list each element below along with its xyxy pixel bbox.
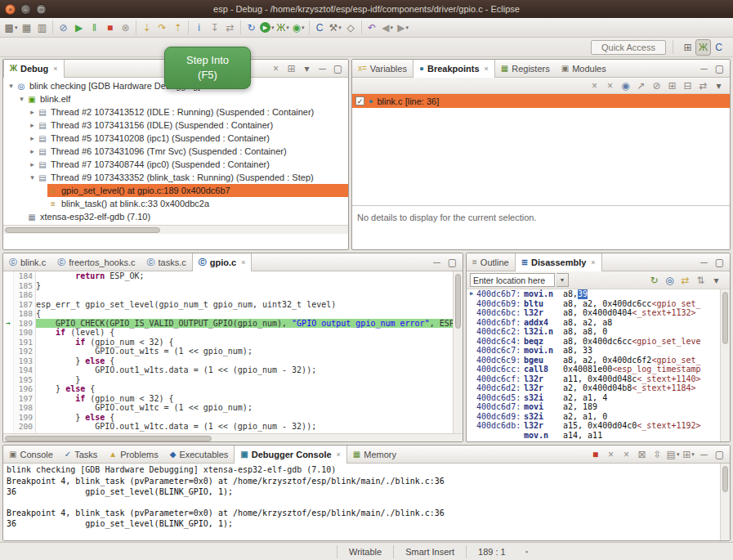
maximize-view-button[interactable]: ▢ — [330, 60, 346, 77]
scroll-lock-button[interactable]: ⇳ — [650, 446, 665, 463]
tree-expander-icon[interactable]: ▾ — [7, 82, 16, 90]
forward-button[interactable]: ▶▾ — [396, 20, 411, 36]
tree-expander-icon[interactable]: ▸ — [28, 160, 37, 168]
debug-view-menu-button[interactable]: ▾ — [299, 60, 315, 77]
disassembly-listing[interactable]: ▶400dc6b7:movi.na8, 39400dc6b9:bltua8, a… — [467, 289, 720, 442]
view-layout-button[interactable]: ⊞ — [284, 60, 299, 77]
debug-tree-item[interactable]: ▾▤Thread #9 1073433352 (blink_task : Run… — [3, 171, 348, 184]
window-maximize-button[interactable]: ▢ — [36, 4, 47, 15]
console-tab-problems[interactable]: ▲Problems — [103, 446, 163, 464]
step-over-button[interactable]: ↷ — [154, 20, 170, 36]
show-breakpoints-supported-button[interactable]: ◉ — [618, 78, 633, 94]
step-into-button[interactable]: ⇣ — [139, 20, 154, 36]
tree-expander-icon[interactable]: ▸ — [28, 147, 37, 155]
debug-tree-item[interactable]: ▾▣blink.elf — [3, 92, 348, 105]
new-wizard-button[interactable]: ▩▾ — [3, 20, 19, 36]
debug-tree-item[interactable]: ▸▤Thread #3 1073413156 (IDLE) (Suspended… — [3, 119, 348, 132]
console-tab-console[interactable]: ▣Console — [3, 446, 59, 464]
debug-launch-tree[interactable]: ▾◎blink checking [GDB Hardware Debugging… — [3, 78, 348, 225]
debug-hscrollbar[interactable] — [3, 225, 348, 234]
editor-tab-tasks-c[interactable]: ⓒtasks.c — [141, 253, 192, 271]
terminate-button[interactable]: ■ — [102, 20, 118, 36]
close-tab-icon[interactable]: × — [591, 258, 595, 267]
debug-button[interactable]: Ж▾ — [275, 20, 291, 36]
external-tools-button[interactable]: ◉▾ — [291, 20, 306, 36]
debug-tree-item[interactable]: ▦xtensa-esp32-elf-gdb (7.10) — [3, 210, 348, 223]
new-c-project-button[interactable]: C — [312, 20, 328, 36]
sync-with-source-button[interactable]: ⇄ — [677, 272, 693, 289]
run-button[interactable]: ▶▾ — [259, 20, 275, 36]
debug-tree-item[interactable]: ▸▤Thread #2 1073413512 (IDLE : Running) … — [3, 105, 348, 119]
console-tab-tasks[interactable]: ✓Tasks — [59, 446, 104, 464]
close-tab-icon[interactable]: × — [485, 65, 489, 73]
resume-button[interactable]: ▶ — [71, 20, 87, 36]
remove-breakpoint-button[interactable]: × — [587, 78, 602, 94]
maximize-view-button[interactable]: ▢ — [712, 60, 727, 77]
editor-hscrollbar[interactable] — [3, 433, 463, 442]
suspend-button[interactable]: ‖ — [87, 20, 102, 36]
disassembly-vscrollbar[interactable] — [720, 289, 730, 442]
debug-tree-item[interactable]: ▸▤Thread #5 1073410208 (ipc1) (Suspended… — [3, 132, 348, 145]
window-minimize-button[interactable]: – — [20, 4, 31, 15]
restart-button[interactable]: ↻ — [244, 20, 259, 36]
maximize-view-button[interactable]: ▢ — [445, 254, 460, 271]
console-vscrollbar[interactable] — [720, 464, 730, 540]
breakpoint-checkbox[interactable]: ✓ — [355, 96, 364, 105]
breakpoint-item[interactable]: ✓ ● blink.c [line: 36] — [352, 94, 730, 108]
save-all-button[interactable]: ▥ — [34, 20, 50, 36]
open-console-button[interactable]: ⊞▾ — [681, 446, 696, 463]
debug-tree-item[interactable]: ≡gpio_set_level() at gpio.c:189 0x400dc6… — [3, 184, 348, 197]
show-program-counter-button[interactable]: ◎ — [662, 272, 677, 289]
last-edit-location-button[interactable]: ↶ — [364, 20, 380, 36]
location-input[interactable] — [470, 273, 555, 287]
code-editor-area[interactable]: return ESP_OK;}esp_err_t gpio_set_level(… — [36, 271, 453, 433]
build-button[interactable]: ⚒▾ — [328, 20, 343, 36]
step-return-button[interactable]: ⇡ — [170, 20, 185, 36]
skip-all-breakpoints-view-button[interactable]: ⊘ — [649, 78, 664, 94]
scrollbar-thumb[interactable] — [455, 274, 461, 329]
save-button[interactable]: ▦ — [19, 20, 34, 36]
maximize-view-button[interactable]: ▢ — [712, 446, 727, 463]
editor-line-numbers[interactable]: 1841851861871881891901911921931941951961… — [14, 271, 36, 433]
tree-expander-icon[interactable]: ▸ — [28, 121, 37, 129]
right-mid-tab-outline[interactable]: ≡Outline — [467, 253, 515, 271]
minimize-view-button[interactable]: ─ — [315, 60, 330, 77]
console-tab-executables[interactable]: ◆Executables — [164, 446, 235, 464]
minimize-view-button[interactable]: ─ — [696, 446, 712, 463]
editor-tab-freertos-hooks-c[interactable]: ⓒfreertos_hooks.c — [51, 253, 141, 271]
top-right-tab-variables[interactable]: x=Variables — [352, 60, 413, 78]
close-tab-icon[interactable]: × — [241, 258, 245, 267]
back-button[interactable]: ◀▾ — [380, 20, 396, 36]
disconnect-button[interactable]: ⊗ — [118, 20, 133, 36]
remove-all-launches-button[interactable]: × — [619, 446, 634, 463]
debug-tree-item[interactable]: ▸▤Thread #7 1073408744 (ipc0) (Suspended… — [3, 158, 348, 171]
scrollbar-thumb[interactable] — [722, 292, 728, 344]
tree-expander-icon[interactable]: ▾ — [17, 95, 26, 103]
use-step-filters-button[interactable]: ⇄ — [222, 20, 238, 36]
console-output[interactable]: blink checking [GDB Hardware Debugging] … — [3, 464, 720, 540]
top-right-tab-modules[interactable]: ▣Modules — [556, 60, 612, 78]
go-to-file-for-breakpoint-button[interactable]: ↗ — [633, 78, 649, 94]
remove-all-terminated-button[interactable]: × — [268, 60, 284, 77]
terminate-console-button[interactable]: ■ — [588, 446, 603, 463]
skip-all-breakpoints-button[interactable]: ⊘ — [56, 20, 71, 36]
editor-tab-blink-c[interactable]: ⓒblink.c — [3, 253, 51, 271]
open-perspective-button[interactable]: ⊞ — [680, 39, 695, 56]
debug-tree-item[interactable]: ≡blink_task() at blink.c:33 0x400dbc2a — [3, 197, 348, 210]
minimize-view-button[interactable]: ─ — [696, 60, 712, 77]
breakpoints-list[interactable]: ✓ ● blink.c [line: 36] — [352, 94, 730, 205]
collapse-all-button[interactable]: ⊟ — [680, 78, 695, 94]
top-right-tab-breakpoints[interactable]: ●Breakpoints× — [413, 60, 495, 78]
quick-access-button[interactable]: Quick Access — [591, 40, 666, 55]
tree-expander-icon[interactable]: ▾ — [28, 173, 37, 181]
debug-tab-debug[interactable]: ЖDebug× — [3, 60, 65, 78]
drop-to-frame-button[interactable]: ↧ — [207, 20, 222, 36]
breakpoints-view-menu-button[interactable]: ▾ — [711, 78, 726, 94]
clear-console-button[interactable]: ⊠ — [634, 446, 650, 463]
tree-expander-icon[interactable]: ▸ — [28, 108, 37, 116]
right-mid-tab-disassembly[interactable]: ≣Disassembly× — [515, 253, 602, 271]
close-tab-icon[interactable]: × — [53, 65, 57, 73]
track-expression-button[interactable]: ⇅ — [693, 272, 708, 289]
close-tab-icon[interactable]: × — [337, 450, 341, 459]
refresh-disassembly-button[interactable]: ↻ — [646, 272, 662, 289]
